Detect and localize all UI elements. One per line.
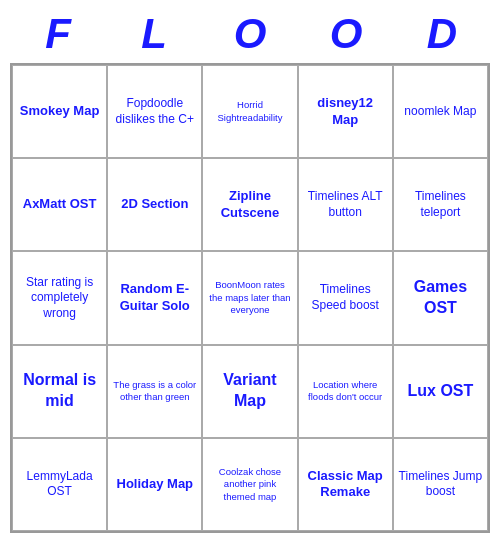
bingo-header: FLOOD <box>10 0 490 63</box>
bingo-cell-23[interactable]: Classic Map Remake <box>298 438 393 531</box>
header-letter: D <box>402 10 482 58</box>
header-letter: O <box>306 10 386 58</box>
bingo-cell-0[interactable]: Smokey Map <box>12 65 107 158</box>
bingo-cell-19[interactable]: Lux OST <box>393 345 488 438</box>
bingo-cell-20[interactable]: LemmyLada OST <box>12 438 107 531</box>
bingo-cell-13[interactable]: Timelines Speed boost <box>298 251 393 344</box>
bingo-cell-4[interactable]: noomlek Map <box>393 65 488 158</box>
bingo-cell-8[interactable]: Timelines ALT button <box>298 158 393 251</box>
bingo-cell-1[interactable]: Fopdoodle dislikes the C+ <box>107 65 202 158</box>
bingo-cell-16[interactable]: The grass is a color other than green <box>107 345 202 438</box>
bingo-cell-24[interactable]: Timelines Jump boost <box>393 438 488 531</box>
header-letter: F <box>18 10 98 58</box>
bingo-cell-22[interactable]: Coolzak chose another pink themed map <box>202 438 297 531</box>
bingo-cell-2[interactable]: Horrid Sightreadability <box>202 65 297 158</box>
bingo-cell-18[interactable]: Location where floods don't occur <box>298 345 393 438</box>
bingo-cell-14[interactable]: Games OST <box>393 251 488 344</box>
bingo-cell-7[interactable]: Zipline Cutscene <box>202 158 297 251</box>
header-letter: O <box>210 10 290 58</box>
bingo-cell-17[interactable]: Variant Map <box>202 345 297 438</box>
bingo-cell-21[interactable]: Holiday Map <box>107 438 202 531</box>
bingo-cell-5[interactable]: AxMatt OST <box>12 158 107 251</box>
bingo-cell-12[interactable]: BoonMoon rates the maps later than every… <box>202 251 297 344</box>
bingo-cell-10[interactable]: Star rating is completely wrong <box>12 251 107 344</box>
header-letter: L <box>114 10 194 58</box>
bingo-cell-3[interactable]: disney12 Map <box>298 65 393 158</box>
bingo-cell-6[interactable]: 2D Section <box>107 158 202 251</box>
bingo-cell-9[interactable]: Timelines teleport <box>393 158 488 251</box>
bingo-cell-15[interactable]: Normal is mid <box>12 345 107 438</box>
bingo-grid: Smokey MapFopdoodle dislikes the C+Horri… <box>10 63 490 533</box>
bingo-cell-11[interactable]: Random E-Guitar Solo <box>107 251 202 344</box>
